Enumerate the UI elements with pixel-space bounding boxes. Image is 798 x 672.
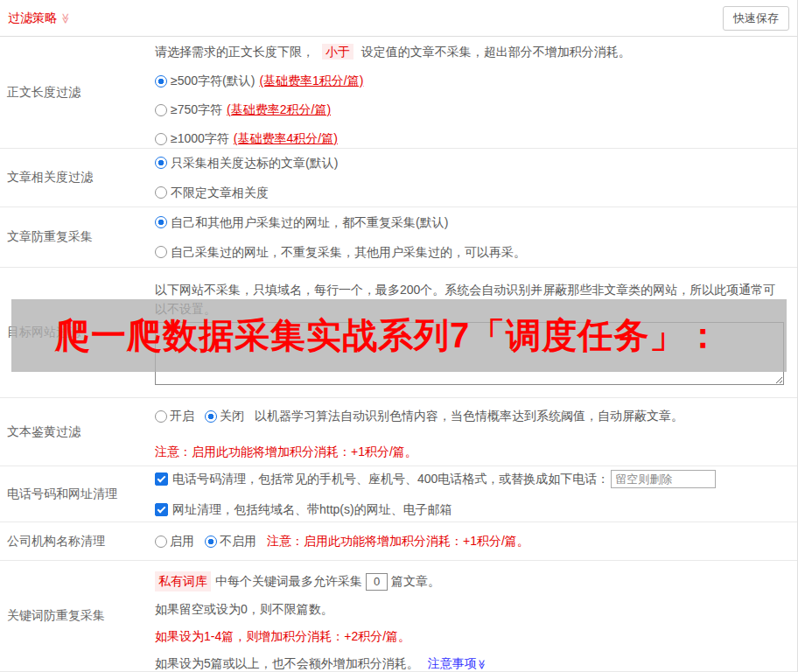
- section-label: 文章相关度过滤: [0, 149, 155, 206]
- option-label: ≥500字符(默认): [171, 72, 255, 90]
- section-keyword: 关键词防重复采集 私有词库 中每个关键词最多允许采集 篇文章。 如果留空或设为0…: [0, 561, 797, 672]
- url-cleanup-label: 网址清理，包括纯域名、带http(s)的网址、电子邮箱: [172, 500, 452, 519]
- company-note: 注意：启用此功能将增加积分消耗：+1积分/篇。: [267, 532, 529, 550]
- checkbox-checked-icon[interactable]: [155, 472, 168, 486]
- fee-note: (基础费率2积分/篇): [227, 101, 331, 119]
- page-title[interactable]: 过滤策略 ≫: [8, 10, 72, 26]
- option-label: 自己和其他用户采集过的网址，都不重复采集(默认): [171, 214, 448, 232]
- option-label: 自己采集过的网址，不重复采集，其他用户采集过的，可以再采。: [171, 243, 526, 262]
- keyword-count-input[interactable]: [366, 573, 388, 591]
- porn-on-label[interactable]: 开启: [170, 407, 194, 425]
- radio-option-relevant-only[interactable]: 只采集相关度达标的文章(默认): [155, 154, 790, 172]
- section-label: 关键词防重复采集: [0, 561, 155, 671]
- section-porn-filter-content: 开启 关闭 以机器学习算法自动识别色情内容，当色情概率达到系统阈值，自动屏蔽文章…: [155, 398, 797, 466]
- section-dedup-content: 自己和其他用户采集过的网址，都不重复采集(默认) 自己采集过的网址，不重复采集，…: [155, 207, 797, 267]
- chevron-down-icon: ≫: [60, 12, 71, 24]
- section-target-site: 目标网站过滤 以下网站不采集，只填域名，每行一个，最多200个。系统会自动识别并…: [0, 268, 797, 398]
- intro-after: 设定值的文章不采集，超出部分不增加积分消耗。: [361, 45, 631, 59]
- section-company-content: 启用 不启用 注意：启用此功能将增加积分消耗：+1积分/篇。: [155, 522, 797, 560]
- radio-option-global-dedup[interactable]: 自己和其他用户采集过的网址，都不重复采集(默认): [155, 214, 790, 232]
- section-cleanup: 电话号码和网址清理 电话号码清理，包括常见的手机号、座机号、400电话格式，或替…: [0, 466, 797, 522]
- radio-option-no-limit[interactable]: 不限定文章相关度: [155, 184, 790, 202]
- section-relevance-content: 只采集相关度达标的文章(默认) 不限定文章相关度: [155, 149, 797, 206]
- checkbox-checked-icon[interactable]: [155, 503, 168, 516]
- keyword-note-five-text: 如果设为5篇或以上，也不会额外增加积分消耗。: [155, 654, 419, 672]
- section-porn-filter: 文本鉴黄过滤 开启 关闭 以机器学习算法自动识别色情内容，当色情概率达到系统阈值…: [0, 398, 797, 466]
- radio-checked-icon[interactable]: [205, 410, 217, 423]
- option-label: 只采集相关度达标的文章(默认): [171, 154, 338, 172]
- radio-option-self-dedup[interactable]: 自己采集过的网址，不重复采集，其他用户采集过的，可以再采。: [155, 243, 790, 262]
- section-body-length: 正文长度过滤 请选择需求的正文长度下限， 小于 设定值的文章不采集，超出部分不增…: [0, 37, 797, 149]
- section-label: 文本鉴黄过滤: [0, 398, 155, 466]
- radio-option-1000[interactable]: ≥1000字符 (基础费率4积分/篇): [155, 130, 790, 148]
- radio-icon[interactable]: [155, 246, 167, 258]
- page-title-label: 过滤策略: [8, 10, 57, 26]
- keyword-note-cost: 如果设为1-4篇，则增加积分消耗：+2积分/篇。: [155, 627, 790, 646]
- radio-icon[interactable]: [155, 410, 167, 423]
- notice-link[interactable]: 注意事项≫: [428, 654, 487, 672]
- radio-option-750[interactable]: ≥750字符 (基础费率2积分/篇): [155, 101, 790, 119]
- radio-option-500[interactable]: ≥500字符(默认) (基础费率1积分/篇): [155, 72, 790, 90]
- keyword-limit-line: 私有词库 中每个关键词最多允许采集 篇文章。: [155, 571, 790, 592]
- filter-settings-page: 过滤策略 ≫ 快速保存 正文长度过滤 请选择需求的正文长度下限， 小于 设定值的…: [0, 0, 798, 672]
- option-label: 不限定文章相关度: [171, 184, 269, 202]
- phone-cleanup-label: 电话号码清理，包括常见的手机号、座机号、400电话格式，或替换成如下电话：: [172, 470, 609, 488]
- radio-checked-icon[interactable]: [155, 157, 167, 169]
- radio-icon[interactable]: [155, 186, 167, 199]
- topbar: 过滤策略 ≫ 快速保存: [0, 0, 797, 37]
- company-enable-label[interactable]: 启用: [170, 532, 194, 550]
- keyword-note-five: 如果设为5篇或以上，也不会额外增加积分消耗。 注意事项≫: [155, 654, 790, 672]
- section-dedup: 文章防重复采集 自己和其他用户采集过的网址，都不重复采集(默认) 自己采集过的网…: [0, 207, 797, 268]
- company-disable-label[interactable]: 不启用: [220, 532, 256, 550]
- chevron-down-icon: ≫: [477, 660, 486, 670]
- keyword-note-unlimited: 如果留空或设为0，则不限篇数。: [155, 600, 790, 619]
- section-body-length-content: 请选择需求的正文长度下限， 小于 设定值的文章不采集，超出部分不增加积分消耗。 …: [155, 37, 797, 148]
- section-label: 公司机构名称清理: [0, 522, 155, 560]
- phone-cleanup-option[interactable]: 电话号码清理，包括常见的手机号、座机号、400电话格式，或替换成如下电话：: [155, 470, 790, 488]
- porn-off-label[interactable]: 关闭: [220, 407, 244, 425]
- quick-save-button[interactable]: 快速保存: [723, 6, 789, 31]
- less-than-highlight: 小于: [322, 44, 354, 60]
- section-label: 正文长度过滤: [0, 37, 155, 148]
- option-label: ≥1000字符: [171, 130, 229, 148]
- notice-link-label: 注意事项: [428, 656, 477, 670]
- radio-icon[interactable]: [155, 536, 167, 548]
- body-length-intro: 请选择需求的正文长度下限， 小于 设定值的文章不采集，超出部分不增加积分消耗。: [155, 42, 790, 61]
- url-cleanup-option[interactable]: 网址清理，包括纯域名、带http(s)的网址、电子邮箱: [155, 500, 790, 519]
- radio-checked-icon[interactable]: [155, 75, 167, 88]
- section-cleanup-content: 电话号码清理，包括常见的手机号、座机号、400电话格式，或替换成如下电话： 网址…: [155, 466, 797, 522]
- option-label: ≥750字符: [171, 101, 222, 119]
- radio-icon[interactable]: [155, 133, 167, 145]
- intro-before: 请选择需求的正文长度下限，: [155, 45, 314, 59]
- radio-icon[interactable]: [155, 104, 167, 116]
- target-site-description: 以下网站不采集，只填域名，每行一个，最多200个。系统会自动识别并屏蔽那些非文章…: [155, 280, 787, 318]
- section-label: 目标网站过滤: [0, 268, 155, 397]
- porn-filter-description: 以机器学习算法自动识别色情内容，当色情概率达到系统阈值，自动屏蔽文章。: [255, 407, 683, 425]
- replacement-phone-input[interactable]: [611, 470, 716, 488]
- radio-checked-icon[interactable]: [155, 216, 167, 228]
- section-label: 文章防重复采集: [0, 207, 155, 267]
- porn-filter-note: 注意：启用此功能将增加积分消耗：+1积分/篇。: [155, 443, 790, 460]
- private-lexicon-link[interactable]: 私有词库: [155, 571, 211, 592]
- blocked-domains-textarea[interactable]: [155, 322, 784, 385]
- fee-note: (基础费率1积分/篇): [259, 72, 363, 90]
- section-relevance: 文章相关度过滤 只采集相关度达标的文章(默认) 不限定文章相关度: [0, 149, 797, 207]
- section-keyword-content: 私有词库 中每个关键词最多允许采集 篇文章。 如果留空或设为0，则不限篇数。 如…: [155, 561, 797, 671]
- section-label: 电话号码和网址清理: [0, 466, 155, 522]
- radio-checked-icon[interactable]: [205, 536, 217, 548]
- keyword-limit-unit: 篇文章。: [391, 572, 440, 591]
- section-target-site-content: 以下网站不采集，只填域名，每行一个，最多200个。系统会自动识别并屏蔽那些非文章…: [155, 268, 797, 397]
- fee-note: (基础费率4积分/篇): [234, 130, 338, 148]
- keyword-limit-text: 中每个关键词最多允许采集: [215, 572, 362, 591]
- section-company: 公司机构名称清理 启用 不启用 注意：启用此功能将增加积分消耗：+1积分/篇。: [0, 522, 797, 561]
